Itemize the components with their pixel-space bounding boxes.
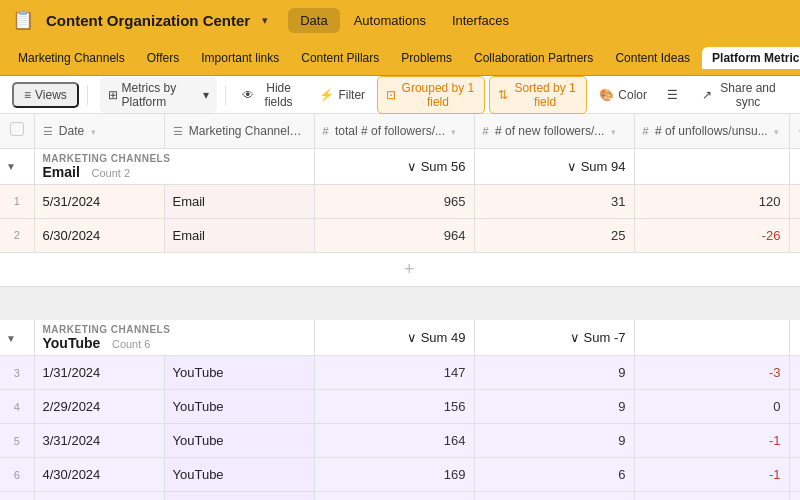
- th-followers-chevron: ▾: [451, 127, 456, 137]
- row5-unfollows[interactable]: -1: [634, 424, 789, 458]
- second-nav-marketing-channels[interactable]: Marketing Channels: [8, 47, 135, 69]
- second-nav-important-links[interactable]: Important links: [191, 47, 289, 69]
- row6-followers[interactable]: 169: [314, 458, 474, 492]
- row4-followers[interactable]: 156: [314, 390, 474, 424]
- sort-icon: ⇅: [498, 88, 508, 102]
- th-date[interactable]: ☰ Date ▾: [34, 114, 164, 148]
- row7-channel[interactable]: YouTube: [164, 492, 314, 501]
- app-title-chevron[interactable]: ▾: [262, 14, 268, 27]
- row3-new[interactable]: 9: [474, 356, 634, 390]
- top-nav-tabs: Data Automations Interfaces: [288, 8, 521, 33]
- th-checkbox[interactable]: [0, 114, 34, 148]
- row1-channel[interactable]: Email: [164, 184, 314, 218]
- row3-date[interactable]: 1/31/2024: [34, 356, 164, 390]
- row1-new[interactable]: 31: [474, 184, 634, 218]
- color-button[interactable]: 🎨 Color: [591, 84, 655, 106]
- app-title: Content Organization Center: [46, 12, 250, 29]
- group-email-collapse[interactable]: ▼: [0, 148, 34, 184]
- share-icon: ↗: [702, 88, 712, 102]
- email-group-name: Email Count 2: [43, 164, 306, 180]
- views-button[interactable]: ≡ Views: [12, 82, 79, 108]
- second-nav-problems[interactable]: Problems: [391, 47, 462, 69]
- row1-date[interactable]: 5/31/2024: [34, 184, 164, 218]
- row5-followers[interactable]: 164: [314, 424, 474, 458]
- th-add[interactable]: +: [789, 114, 800, 148]
- email-group-add-col: [789, 148, 800, 184]
- add-email-cell[interactable]: +: [0, 252, 800, 286]
- filter-button[interactable]: ⚡ Filter: [311, 84, 373, 106]
- row6-unfollows[interactable]: -1: [634, 458, 789, 492]
- row1-unfollows[interactable]: 120: [634, 184, 789, 218]
- group-email-header: ▼ MARKETING CHANNELS Email Count 2 ∨ Sum…: [0, 148, 800, 184]
- th-unfollows-label: # of unfollows/unsu...: [655, 124, 768, 138]
- row4-date[interactable]: 2/29/2024: [34, 390, 164, 424]
- th-date-label: Date: [59, 124, 84, 138]
- email-count: Count 2: [91, 167, 130, 179]
- second-nav-collaboration[interactable]: Collaboration Partners: [464, 47, 603, 69]
- second-nav-content-ideas[interactable]: Content Ideas: [605, 47, 700, 69]
- share-label: Share and sync: [716, 81, 780, 109]
- row7-extra: [789, 492, 800, 501]
- row2-date[interactable]: 6/30/2024: [34, 218, 164, 252]
- row3-channel[interactable]: YouTube: [164, 356, 314, 390]
- row6-new[interactable]: 6: [474, 458, 634, 492]
- view-name[interactable]: ⊞ Metrics by Platform ▾: [100, 77, 217, 113]
- view-name-label: Metrics by Platform: [122, 81, 199, 109]
- app-icon: 📋: [12, 9, 34, 31]
- row4-new[interactable]: 9: [474, 390, 634, 424]
- row6-extra: [789, 458, 800, 492]
- youtube-chevron-icon[interactable]: ▼: [6, 333, 16, 344]
- email-chevron-icon[interactable]: ▼: [6, 161, 16, 172]
- youtube-group-label: MARKETING CHANNELS: [43, 324, 306, 335]
- row3-unfollows[interactable]: -3: [634, 356, 789, 390]
- row2-channel[interactable]: Email: [164, 218, 314, 252]
- row6-channel[interactable]: YouTube: [164, 458, 314, 492]
- group-youtube-header: ▼ MARKETING CHANNELS YouTube Count 6 ∨ S…: [0, 320, 800, 356]
- tab-automations[interactable]: Automations: [342, 8, 438, 33]
- row2-new[interactable]: 25: [474, 218, 634, 252]
- row4-channel[interactable]: YouTube: [164, 390, 314, 424]
- row3-followers[interactable]: 147: [314, 356, 474, 390]
- th-total-followers[interactable]: # total # of followers/... ▾: [314, 114, 474, 148]
- row6-date[interactable]: 4/30/2024: [34, 458, 164, 492]
- hide-fields-label: Hide fields: [258, 81, 300, 109]
- tab-interfaces[interactable]: Interfaces: [440, 8, 521, 33]
- view-grid-icon: ⊞: [108, 88, 118, 102]
- hide-fields-button[interactable]: 👁 Hide fields: [234, 77, 308, 113]
- row7-date[interactable]: 5/31/2024: [34, 492, 164, 501]
- row7-followers[interactable]: 180: [314, 492, 474, 501]
- second-nav-platform-metrics[interactable]: Platform Metrics Tracking ▾: [702, 47, 800, 69]
- row4-extra: [789, 390, 800, 424]
- row7-unfollows[interactable]: -1: [634, 492, 789, 501]
- table-row: 1 5/31/2024 Email 965 31 120: [0, 184, 800, 218]
- tab-data[interactable]: Data: [288, 8, 339, 33]
- second-nav-offers[interactable]: Offers: [137, 47, 189, 69]
- row2-followers[interactable]: 964: [314, 218, 474, 252]
- add-row-email[interactable]: +: [0, 252, 800, 286]
- table-row: 2 6/30/2024 Email 964 25 -26: [0, 218, 800, 252]
- row4-unfollows[interactable]: 0: [634, 390, 789, 424]
- row7-new[interactable]: 12: [474, 492, 634, 501]
- row1-followers[interactable]: 965: [314, 184, 474, 218]
- row-height-button[interactable]: ☰: [659, 84, 686, 106]
- header-checkbox[interactable]: [10, 122, 24, 136]
- row5-num: 5: [0, 424, 34, 458]
- group-youtube-collapse[interactable]: ▼: [0, 320, 34, 356]
- row5-date[interactable]: 3/31/2024: [34, 424, 164, 458]
- youtube-group-name: YouTube Count 6: [43, 335, 306, 351]
- group-spacer: [0, 286, 800, 320]
- date-col-icon: ☰: [43, 125, 53, 137]
- group-button[interactable]: ⊡ Grouped by 1 field: [377, 76, 485, 114]
- row5-channel[interactable]: YouTube: [164, 424, 314, 458]
- row5-extra: [789, 424, 800, 458]
- th-unfollows[interactable]: # # of unfollows/unsu... ▾: [634, 114, 789, 148]
- row5-new[interactable]: 9: [474, 424, 634, 458]
- youtube-sum-new: ∨ Sum -7: [474, 320, 634, 356]
- sort-button[interactable]: ⇅ Sorted by 1 field: [489, 76, 588, 114]
- th-new-followers[interactable]: # # of new followers/... ▾: [474, 114, 634, 148]
- row2-unfollows[interactable]: -26: [634, 218, 789, 252]
- share-sync-button[interactable]: ↗ Share and sync: [694, 77, 788, 113]
- second-nav-content-pillars[interactable]: Content Pillars: [291, 47, 389, 69]
- row4-num: 4: [0, 390, 34, 424]
- th-marketing-channels[interactable]: ☰ Marketing Channels ▾: [164, 114, 314, 148]
